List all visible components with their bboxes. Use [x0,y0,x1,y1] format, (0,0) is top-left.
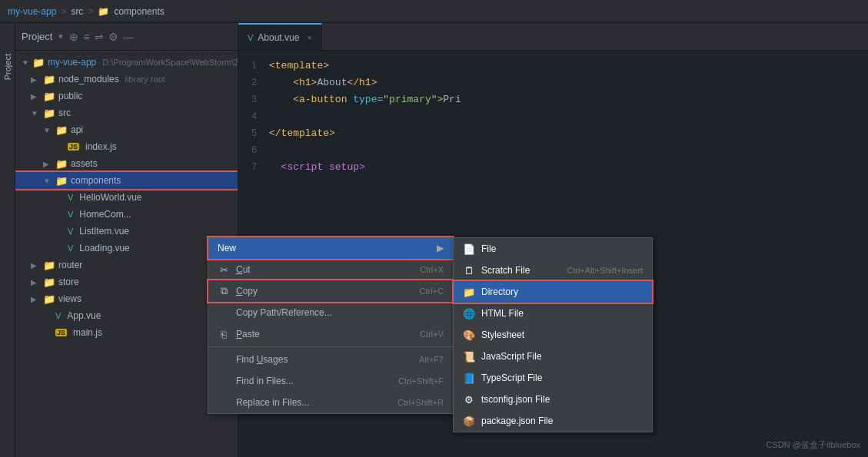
tree-label: App.vue [67,310,101,321]
scratchfile-icon: 🗒 [463,265,475,277]
arrow-icon: ▶ [31,75,40,84]
submenu-item-scratchfile[interactable]: 🗒 Scratch File Ctrl+Alt+Shift+Insert [454,260,652,281]
submenu-item-packagejson[interactable]: 📦 package.json File [454,410,652,432]
tree-label: src [58,108,71,118]
sidebar-dropdown[interactable]: ▾ [58,31,63,41]
code-line-4: 4 [238,108,868,124]
code-line-3: 3 <a-button type="primary">Pri [238,91,868,108]
folder-icon: 📁 [43,277,55,288]
line-content: <template> [269,60,329,71]
submenu-item-file[interactable]: 📄 File [454,238,652,260]
tree-label: my-vue-app [48,57,96,68]
paste-icon: ⎗ [218,329,230,340]
breadcrumb-project[interactable]: my-vue-app [8,6,56,17]
context-menu-item-copypath[interactable]: Copy Path/Reference... [208,302,453,323]
tree-item-helloworld[interactable]: V HelloWorld.vue [15,189,238,206]
tree-sublabel: D:\ProgramWorkSpace\WebStorm\20220725\my… [102,58,238,67]
minimize-icon[interactable]: — [123,31,134,43]
tree-item-loading[interactable]: V Loading.vue [15,240,238,257]
expand-icon[interactable]: ⇌ [95,31,104,43]
submenu-label: JavaScript File [481,351,643,362]
context-menu-label: Paste [236,329,414,339]
tree-label: index.js [85,141,117,152]
vue-icon: V [68,193,73,202]
folder-icon: 📁 [43,293,55,305]
tree-item-store[interactable]: ▶ 📁 store [15,273,238,290]
tree-item-node-modules[interactable]: ▶ 📁 node_modules library root [15,71,238,88]
tab-close-button[interactable]: × [307,33,311,42]
sync-icon[interactable]: ⊕ [69,31,78,43]
vue-icon: V [55,311,61,320]
submenu-item-html[interactable]: 🌐 HTML File [454,303,652,324]
settings-icon[interactable]: ⚙ [108,31,118,43]
breadcrumb-components[interactable]: components [114,6,164,17]
line-content: <script setup> [269,161,365,173]
context-menu-item-new[interactable]: New ▶ 📄 File 🗒 Scratch File Ctrl+Alt+Shi… [208,237,453,259]
line-content: <h1>About</h1> [269,77,377,88]
directory-icon: 📁 [463,286,475,298]
code-line-7: 7 <script setup> [238,158,868,175]
vue-icon: V [68,210,73,219]
context-menu-item-findinfiles[interactable]: Find in Files... Ctrl+Shift+F [208,370,453,392]
cut-icon: ✂ [218,264,230,276]
tree-item-components[interactable]: ▼ 📁 components [15,172,238,189]
shortcut-label: Ctrl+Shift+F [398,376,444,386]
tree-item-my-vue-app[interactable]: ▼ 📁 my-vue-app D:\ProgramWorkSpace\WebSt… [15,54,238,71]
tree-item-api[interactable]: ▼ 📁 api [15,121,238,138]
submenu-item-directory[interactable]: 📁 Directory [454,281,652,303]
context-menu-item-copy[interactable]: ⧉ Copy Ctrl+C [208,280,453,302]
submenu-label: Directory [481,286,643,297]
file-tree: ▼ 📁 my-vue-app D:\ProgramWorkSpace\WebSt… [15,51,238,457]
context-menu-item-findusages[interactable]: Find Usages Alt+F7 [208,349,453,370]
tree-label: HelloWorld.vue [79,192,141,203]
tree-label: api [71,124,83,135]
line-content: </template> [269,127,335,139]
tree-label: node_modules [58,74,119,84]
sidebar-toolbar: ⊕ ≡ ⇌ ⚙ — [69,31,133,43]
shortcut-label: Alt+F7 [419,355,444,364]
arrow-icon: ▶ [31,278,40,286]
vue-file-icon: V [248,33,253,42]
context-menu-item-cut[interactable]: ✂ Cut Ctrl+X [208,259,453,280]
tree-label: public [58,91,82,101]
sidebar-header: Project ▾ ⊕ ≡ ⇌ ⚙ — [15,23,238,51]
tree-label: ListItem.vue [79,226,129,237]
submenu-item-tsfile[interactable]: 📘 TypeScript File [454,367,652,389]
submenu-label: HTML File [481,308,643,319]
project-tab-label[interactable]: Project [3,54,12,80]
breadcrumb-src[interactable]: src [71,6,83,17]
tree-sublabel: library root [125,75,165,84]
tree-item-homecom[interactable]: V HomeCom... [15,206,238,223]
folder-icon: 📁 [55,158,68,170]
tree-item-listitem[interactable]: V ListItem.vue [15,223,238,240]
tree-item-public[interactable]: ▶ 📁 public [15,88,238,104]
tree-item-views[interactable]: ▶ 📁 views [15,290,238,307]
submenu-item-tsconfig[interactable]: ⚙ tsconfig.json File [454,389,652,410]
arrow-icon: ▶ [31,92,40,101]
tree-item-router[interactable]: ▶ 📁 router [15,257,238,273]
context-menu-item-paste[interactable]: ⎗ Paste Ctrl+V [208,323,453,345]
tree-item-assets[interactable]: ▶ 📁 assets [15,155,238,172]
shortcut-label: Ctrl+Alt+Shift+Insert [567,266,643,275]
tree-label: views [58,293,81,304]
tree-label: HomeCom... [79,209,131,220]
html-icon: 🌐 [463,308,475,320]
tab-label: About.vue [258,32,299,43]
line-number: 4 [238,111,269,121]
tree-item-index-js[interactable]: JS index.js [15,138,238,155]
tree-item-app-vue[interactable]: V App.vue [15,307,238,324]
arrow-icon: ▼ [43,126,52,134]
arrow-icon: ▶ [31,295,40,303]
code-line-1: 1 <template> [238,57,868,74]
tree-item-main-js[interactable]: JS main.js [15,324,238,341]
submenu-item-jsfile[interactable]: 📜 JavaScript File [454,346,652,367]
line-number: 1 [238,60,269,71]
submenu-item-stylesheet[interactable]: 🎨 Stylesheet [454,324,652,346]
tree-item-src[interactable]: ▼ 📁 src [15,104,238,121]
context-menu-panel: New ▶ 📄 File 🗒 Scratch File Ctrl+Alt+Shi… [208,237,454,414]
folder-icon: 📁 [32,57,45,68]
context-menu-label: Replace in Files... [236,397,391,408]
editor-tab-about-vue[interactable]: V About.vue × [238,23,322,50]
context-menu-item-replaceinfiles[interactable]: Replace in Files... Ctrl+Shift+R [208,392,453,413]
sort-icon[interactable]: ≡ [83,31,89,43]
